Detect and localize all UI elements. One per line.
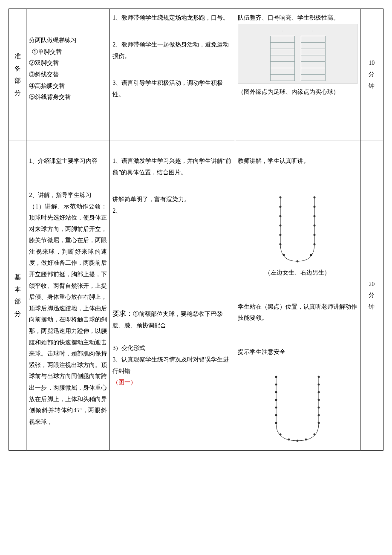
svg-point-15 — [275, 376, 277, 378]
svg-point-5 — [280, 243, 282, 245]
prep-teacher: 1、教师带领学生绕规定场地龙形跑，口号。 2、教师带领学生一起做热身活动，避免运… — [110, 9, 235, 141]
prep-item-2: ②双脚交替 — [29, 58, 107, 69]
basic-content: 1、介绍课堂主要学习内容 2、讲解，指导学生练习 （1）讲解、示范动作要领：顶球… — [26, 141, 110, 451]
svg-point-32 — [318, 414, 320, 416]
u-formation-diagram-1 — [263, 193, 331, 266]
prep-student-line: 队伍整齐、口号响亮、学生积极性高。 — [238, 12, 357, 24]
lesson-plan-page: 准 备 部 分 分两队做绳梯练习 ①单脚交替 ②双脚交替 ③斜线交替 ④高抬腿交… — [9, 9, 383, 451]
basic-student-1: 教师讲解，学生认真听讲。 — [238, 156, 357, 167]
section-label-prep: 准 备 部 分 — [9, 9, 26, 141]
svg-point-33 — [318, 422, 320, 424]
basic-h2: 2、讲解，指导学生练习 — [29, 190, 107, 201]
prep-intro: 分两队做绳梯练习 — [29, 35, 107, 46]
u-formation-diagram-2 — [259, 373, 336, 445]
prep-time: 10 分 钟 — [360, 9, 383, 141]
svg-point-30 — [318, 399, 320, 401]
prep-item-5: ⑤斜线背身交替 — [29, 92, 107, 103]
basic-teacher-3b: 3、认真观察学生练习情况及时对错误学生进行纠错 — [112, 354, 232, 377]
svg-point-21 — [275, 422, 277, 424]
basic-teacher-req: 要求：①前额部位夹球，要稳②收下巴③腰、膝、颈协调配合 — [112, 307, 232, 332]
basic-h1: 1、介绍课堂主要学习内容 — [29, 156, 107, 167]
basic-body: （1）讲解、示范动作要领：顶球时先选好站位，使身体正对来球方向，两脚前后开立，膝… — [29, 201, 107, 428]
svg-point-3 — [280, 224, 282, 226]
svg-point-17 — [275, 391, 277, 393]
svg-point-8 — [310, 254, 312, 256]
basic-teacher-2: 讲解简单明了，富有渲染力。 — [112, 194, 232, 205]
svg-point-20 — [275, 414, 277, 416]
basic-teacher-2num: 2、 — [112, 205, 232, 217]
basic-teacher: 1、语言激发学生学习兴趣，并向学生讲解“前额”的具体位置，结合图片。 讲解简单明… — [110, 141, 235, 451]
prep-student-caption: （图外缘点为足球、内缘点为实心球） — [238, 87, 357, 98]
section-label-basic: 基 本 部 分 — [9, 141, 26, 451]
svg-point-10 — [314, 205, 316, 208]
svg-point-6 — [283, 254, 285, 256]
basic-student-2: 学生站在（黑点）位置，认真听老师讲解动作技能要领。 — [238, 301, 357, 324]
prep-teacher-3: 3、语言引导学生积极活动，调动学生积极性。 — [112, 78, 232, 100]
svg-point-11 — [314, 215, 316, 217]
prep-teacher-2: 2、教师带领学生一起做热身活动，避免运动损伤。 — [112, 39, 232, 62]
table-row: 准 备 部 分 分两队做绳梯练习 ①单脚交替 ②双脚交替 ③斜线交替 ④高抬腿交… — [9, 9, 383, 141]
svg-point-27 — [318, 376, 320, 378]
svg-point-14 — [314, 243, 316, 245]
u-diagram-caption: （左边女生、右边男生） — [238, 267, 357, 279]
basic-teacher-fig: （图一） — [112, 377, 232, 388]
basic-student-3: 提示学生注意安全 — [238, 347, 357, 358]
prep-student: 队伍整齐、口号响亮、学生积极性高。 · · — [235, 9, 360, 141]
svg-point-12 — [314, 224, 316, 226]
svg-point-16 — [275, 384, 277, 386]
lesson-table: 准 备 部 分 分两队做绳梯练习 ①单脚交替 ②双脚交替 ③斜线交替 ④高抬腿交… — [9, 9, 383, 451]
svg-point-28 — [318, 384, 320, 386]
svg-point-13 — [314, 234, 316, 236]
prep-teacher-1: 1、教师带领学生绕规定场地龙形跑，口号。 — [112, 12, 232, 24]
basic-student: 教师讲解，学生认真听讲。 （左边女生、右边男生） 学生站在（黑点）位置，认真听老… — [235, 141, 360, 451]
svg-point-24 — [297, 440, 299, 442]
prep-item-4: ④高抬腿交替 — [29, 81, 107, 92]
svg-point-19 — [275, 407, 277, 409]
svg-point-0 — [280, 196, 282, 198]
req-label: 要求： — [112, 310, 133, 317]
svg-point-29 — [318, 391, 320, 393]
svg-point-4 — [280, 234, 282, 236]
svg-point-9 — [314, 196, 316, 198]
basic-teacher-1: 1、语言激发学生学习兴趣，并向学生讲解“前额”的具体位置，结合图片。 — [112, 156, 232, 178]
svg-point-2 — [280, 215, 282, 217]
basic-teacher-3a: 3）变化形式 — [112, 343, 232, 354]
svg-point-25 — [305, 439, 307, 441]
svg-point-23 — [288, 439, 290, 441]
svg-point-18 — [275, 399, 277, 401]
ladder-diagram: · · — [238, 24, 357, 84]
svg-point-26 — [314, 434, 316, 436]
svg-point-1 — [280, 205, 282, 208]
table-row: 基 本 部 分 1、介绍课堂主要学习内容 2、讲解，指导学生练习 （1）讲解、示… — [9, 141, 383, 451]
svg-point-22 — [280, 434, 282, 436]
prep-content: 分两队做绳梯练习 ①单脚交替 ②双脚交替 ③斜线交替 ④高抬腿交替 ⑤斜线背身交… — [26, 9, 110, 141]
basic-time: 20 分 钟 — [360, 141, 383, 451]
prep-item-3: ③斜线交替 — [29, 69, 107, 81]
svg-point-7 — [297, 260, 299, 262]
svg-point-31 — [318, 407, 320, 409]
prep-item-1: ①单脚交替 — [29, 46, 107, 58]
